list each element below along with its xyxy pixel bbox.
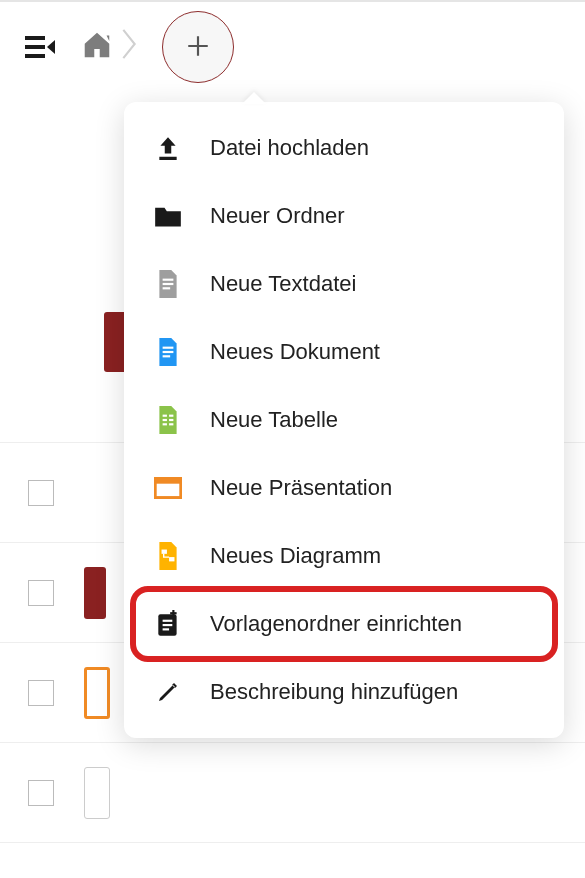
template-icon [154, 610, 182, 638]
svg-rect-2 [25, 54, 45, 58]
file-thumbnail [84, 567, 106, 619]
menu-item-label: Datei hochladen [210, 135, 369, 161]
upload-icon [154, 134, 182, 162]
menu-item-label: Beschreibung hinzufügen [210, 679, 458, 705]
menu-item-label: Neue Textdatei [210, 271, 356, 297]
plus-icon [185, 28, 211, 67]
new-menu-dropdown: Datei hochladen Neuer Ordner Neue Textda… [124, 102, 564, 738]
menu-item-label: Neuer Ordner [210, 203, 345, 229]
svg-rect-5 [163, 283, 174, 285]
menu-item-template-folder[interactable]: Vorlagenordner einrichten [124, 590, 564, 658]
svg-rect-17 [155, 478, 181, 483]
svg-rect-15 [169, 423, 173, 425]
menu-item-folder[interactable]: Neuer Ordner [124, 182, 564, 250]
svg-rect-12 [163, 419, 167, 421]
checkbox[interactable] [28, 580, 54, 606]
menu-toggle-icon[interactable] [24, 31, 56, 63]
checkbox[interactable] [28, 680, 54, 706]
svg-rect-7 [163, 347, 174, 349]
menu-item-spreadsheet[interactable]: Neue Tabelle [124, 386, 564, 454]
file-thumbnail [84, 667, 110, 719]
file-row[interactable] [0, 842, 585, 878]
file-row[interactable] [0, 742, 585, 842]
document-icon [154, 338, 182, 366]
svg-rect-23 [163, 628, 169, 630]
menu-item-presentation[interactable]: Neue Präsentation [124, 454, 564, 522]
menu-item-diagram[interactable]: Neues Diagramm [124, 522, 564, 590]
presentation-icon [154, 474, 182, 502]
chevron-right-icon [120, 27, 138, 68]
svg-rect-14 [163, 423, 167, 425]
menu-item-label: Vorlagenordner einrichten [210, 611, 462, 637]
home-icon[interactable] [80, 30, 114, 64]
svg-rect-22 [163, 624, 173, 626]
svg-rect-11 [169, 415, 173, 417]
pencil-icon [154, 678, 182, 706]
checkbox[interactable] [28, 780, 54, 806]
svg-rect-0 [25, 36, 45, 40]
svg-rect-21 [163, 620, 173, 622]
file-thumbnail [84, 767, 110, 819]
svg-rect-18 [162, 550, 167, 554]
svg-rect-1 [25, 45, 45, 49]
svg-rect-25 [170, 612, 176, 614]
menu-item-label: Neues Diagramm [210, 543, 381, 569]
svg-marker-3 [47, 40, 55, 54]
svg-rect-9 [163, 355, 171, 357]
svg-rect-19 [169, 557, 174, 561]
menu-item-textfile[interactable]: Neue Textdatei [124, 250, 564, 318]
menu-item-label: Neue Tabelle [210, 407, 338, 433]
menu-item-description[interactable]: Beschreibung hinzufügen [124, 658, 564, 726]
add-button[interactable] [162, 11, 234, 83]
top-bar [0, 2, 585, 92]
menu-item-label: Neue Präsentation [210, 475, 392, 501]
diagram-icon [154, 542, 182, 570]
checkbox[interactable] [28, 480, 54, 506]
svg-rect-4 [163, 279, 174, 281]
menu-item-label: Neues Dokument [210, 339, 380, 365]
svg-rect-13 [169, 419, 173, 421]
folder-icon [154, 202, 182, 230]
menu-item-document[interactable]: Neues Dokument [124, 318, 564, 386]
menu-item-upload[interactable]: Datei hochladen [124, 114, 564, 182]
svg-rect-6 [163, 287, 171, 289]
svg-rect-10 [163, 415, 167, 417]
spreadsheet-icon [154, 406, 182, 434]
svg-rect-8 [163, 351, 174, 353]
text-file-icon [154, 270, 182, 298]
breadcrumb [80, 27, 138, 68]
